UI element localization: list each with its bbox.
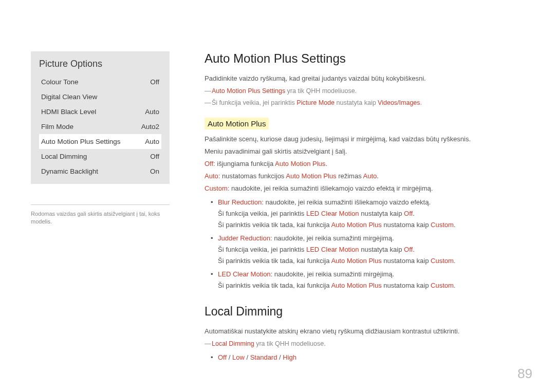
bullet-sub: Ši parinktis veikia tik tada, kai funkci…	[218, 255, 524, 267]
menu-value: Auto	[145, 108, 159, 116]
menu-label: HDMI Black Level	[41, 108, 96, 116]
bullet-sub: Ši parinktis veikia tik tada, kai funkci…	[218, 280, 524, 291]
menu-label: Auto Motion Plus Settings	[41, 138, 121, 145]
menu-row-dynamic-backlight[interactable]: Dynamic Backlight On	[39, 164, 161, 179]
picture-options-panel: Picture Options Colour Tone Off Digital …	[31, 51, 170, 184]
menu-value: On	[150, 167, 159, 175]
option-auto: Auto: nustatomas funkcijos Auto Motion P…	[205, 171, 524, 182]
panel-footnote: Rodomas vaizdas gali skirtis atsižvelgia…	[31, 204, 170, 226]
bullet-sub: Ši parinktis veikia tik tada, kai funkci…	[218, 219, 524, 231]
note-ld-qhh: Local Dimming yra tik QHH modeliuose.	[205, 338, 524, 350]
menu-label: Colour Tone	[41, 78, 79, 86]
menu-value: Off	[150, 153, 159, 160]
note-qhh-only: Auto Motion Plus Settings yra tik QHH mo…	[205, 85, 524, 97]
bullet-ld-options: Off / Low / Standard / High	[218, 352, 524, 363]
bullet-led-clear-motion: LED Clear Motion: naudokite, jei reikia …	[218, 269, 524, 291]
sub-desc-1: Pašalinkite scenų, kuriose daug judesių,…	[205, 134, 524, 145]
bullet-judder-reduction: Judder Reduction: naudokite, jei reikia …	[218, 233, 524, 267]
menu-label: Film Mode	[41, 123, 73, 130]
menu-value: Auto2	[141, 123, 159, 130]
menu-row-colour-tone[interactable]: Colour Tone Off	[39, 74, 161, 89]
page-number: 89	[517, 366, 532, 382]
ld-description: Automatiškai nustatykite atskirų ekrano …	[205, 326, 524, 337]
menu-label: Local Dimming	[41, 153, 87, 160]
menu-label: Digital Clean View	[41, 93, 97, 101]
menu-row-auto-motion-plus[interactable]: Auto Motion Plus Settings Auto	[39, 134, 161, 149]
menu-label: Dynamic Backlight	[41, 167, 98, 175]
menu-value: Off	[150, 78, 159, 86]
bullet-sub: Ši funkcija veikia, jei parinktis LED Cl…	[218, 244, 524, 255]
menu-row-local-dimming[interactable]: Local Dimming Off	[39, 149, 161, 164]
menu-row-hdmi-black-level[interactable]: HDMI Black Level Auto	[39, 104, 161, 119]
heading-local-dimming: Local Dimming	[205, 305, 524, 319]
option-custom: Custom: naudokite, jei reikia sumažinti …	[205, 183, 524, 194]
sub-desc-2: Meniu pavadinimai gali skirtis atsižvelg…	[205, 146, 524, 157]
menu-value: Auto	[145, 138, 159, 145]
subheading-auto-motion-plus: Auto Motion Plus	[205, 118, 269, 129]
note-highlight: Auto Motion Plus Settings	[212, 87, 285, 95]
heading-auto-motion-plus-settings: Auto Motion Plus Settings	[205, 51, 524, 66]
menu-row-digital-clean-view[interactable]: Digital Clean View	[39, 89, 161, 104]
menu-row-film-mode[interactable]: Film Mode Auto2	[39, 119, 161, 134]
panel-title: Picture Options	[39, 59, 161, 69]
amp-description: Padidinkite vaizdo ryškumą, kad greitai …	[205, 73, 524, 84]
bullet-blur-reduction: Blur Reduction: naudokite, jei reikia su…	[218, 197, 524, 231]
bullet-sub: Ši funkcija veikia, jei parinktis LED Cl…	[218, 208, 524, 219]
note-picture-mode: Ši funkcija veikia, jei parinktis Pictur…	[205, 97, 524, 109]
option-off: Off: išjungiama funkcija Auto Motion Plu…	[205, 158, 524, 170]
